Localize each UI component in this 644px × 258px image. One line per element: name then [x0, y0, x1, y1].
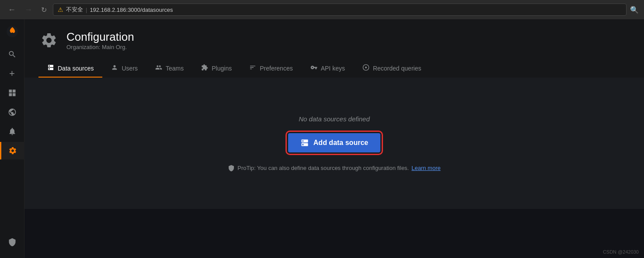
- apikeys-tab-icon: [310, 64, 317, 72]
- tab-recorded[interactable]: Recorded queries: [354, 60, 430, 78]
- url-text: 192.168.2.186:3000/datasources: [90, 7, 173, 13]
- sidebar-item-explore[interactable]: [3, 103, 21, 121]
- main-content: No data sources defined Add data source …: [24, 78, 644, 209]
- config-header: Configuration Organization: Main Org. Da…: [24, 19, 644, 78]
- sidebar-item-search[interactable]: [3, 46, 21, 63]
- config-title: Configuration: [66, 30, 134, 44]
- tab-plugins-label: Plugins: [212, 65, 232, 72]
- tab-teams-label: Teams: [166, 65, 184, 72]
- tab-datasources[interactable]: Data sources: [38, 60, 102, 78]
- browser-search-icon: 🔍: [630, 6, 639, 14]
- recorded-tab-icon: [362, 64, 369, 72]
- config-tabs: Data sources Users Teams: [38, 60, 630, 78]
- address-bar[interactable]: ⚠ 不安全 | 192.168.2.186:3000/datasources: [53, 4, 627, 16]
- protip: ProTip: You can also define data sources…: [228, 165, 440, 172]
- plugins-tab-icon: [201, 64, 208, 72]
- sidebar-item-shield[interactable]: [3, 233, 21, 251]
- refresh-button[interactable]: ↻: [38, 4, 49, 16]
- tab-apikeys[interactable]: API keys: [302, 60, 354, 78]
- add-datasource-button[interactable]: Add data source: [288, 133, 380, 152]
- tab-recorded-label: Recorded queries: [373, 65, 421, 72]
- add-datasource-label: Add data source: [313, 139, 368, 147]
- sidebar-item-configuration[interactable]: [0, 142, 24, 159]
- config-subtitle: Organization: Main Org.: [66, 44, 134, 50]
- sidebar: +: [0, 19, 24, 258]
- tab-users[interactable]: Users: [102, 60, 146, 78]
- protip-text: ProTip: You can also define data sources…: [237, 165, 409, 171]
- security-label: 不安全: [66, 6, 83, 14]
- sidebar-item-alerting[interactable]: [3, 123, 21, 140]
- security-warning-icon: ⚠: [58, 6, 63, 13]
- svg-point-2: [365, 67, 367, 68]
- empty-message: No data sources defined: [299, 115, 370, 123]
- preferences-tab-icon: [249, 64, 256, 72]
- app-container: + Configur: [0, 19, 644, 258]
- content-area: Configuration Organization: Main Org. Da…: [24, 19, 644, 258]
- users-tab-icon: [111, 64, 118, 72]
- sidebar-item-dashboards[interactable]: [3, 84, 21, 102]
- sidebar-item-add[interactable]: +: [3, 65, 21, 82]
- separator: |: [86, 7, 87, 13]
- datasources-tab-icon: [47, 64, 54, 72]
- config-gear-icon: [38, 30, 59, 51]
- forward-button[interactable]: →: [22, 4, 35, 15]
- tab-plugins[interactable]: Plugins: [192, 60, 240, 78]
- tab-preferences[interactable]: Preferences: [240, 60, 301, 78]
- tab-preferences-label: Preferences: [260, 65, 292, 72]
- tab-users-label: Users: [122, 65, 138, 72]
- config-text: Configuration Organization: Main Org.: [66, 30, 134, 50]
- protip-icon: [228, 165, 235, 172]
- tab-datasources-label: Data sources: [58, 65, 94, 72]
- teams-tab-icon: [155, 64, 162, 72]
- tab-apikeys-label: API keys: [321, 65, 345, 72]
- back-button[interactable]: ←: [5, 4, 18, 15]
- add-datasource-icon: [300, 138, 309, 147]
- watermark: CSDN @242030: [603, 249, 639, 254]
- app-logo[interactable]: [3, 23, 21, 40]
- browser-bar: ← → ↻ ⚠ 不安全 | 192.168.2.186:3000/datasou…: [0, 0, 644, 19]
- tab-teams[interactable]: Teams: [146, 60, 192, 78]
- learn-more-link[interactable]: Learn more: [411, 165, 440, 171]
